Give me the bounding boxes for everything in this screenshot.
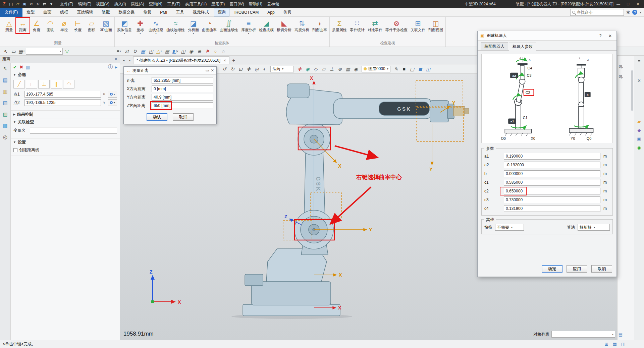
ribbon-button[interactable]: ⊞ 关联文件 ▾ <box>409 18 427 33</box>
menu-item[interactable]: 视图(V) <box>94 0 112 8</box>
app-logo-icon[interactable]: Z <box>1 1 7 7</box>
ribbon-button[interactable]: ◔ 曲面曲率 ▾ <box>201 18 218 33</box>
view-icon[interactable]: ◉ <box>636 144 643 151</box>
cancel-button[interactable]: 取消 <box>591 265 612 273</box>
ribbon-button[interactable]: ◩ 实体信息 ▾ <box>116 18 133 36</box>
confirm-icon[interactable]: ✔ <box>13 64 17 70</box>
tab-list-icon[interactable]: ▾ <box>127 57 132 64</box>
status-grid-icon[interactable]: ⊞ <box>603 341 610 348</box>
point-picker-button[interactable]: ▾ <box>108 99 117 106</box>
close-button[interactable]: ✕ <box>633 0 643 8</box>
ribbon-tab[interactable]: 工具 <box>172 8 188 16</box>
cancel-icon[interactable]: ✖ <box>19 64 23 70</box>
ribbon-button[interactable]: ▱ 面积 ▾ <box>85 18 98 33</box>
algorithm-dropdown[interactable]: 解析解▾ <box>578 224 610 231</box>
dialog-close-icon[interactable]: ✕ <box>211 68 214 73</box>
ribbon-button[interactable]: ✚ 坐标 ▾ <box>133 18 147 36</box>
ribbon-tab[interactable]: PMI <box>156 9 171 16</box>
create-distance-line-checkbox[interactable]: 创建距离线 <box>13 147 117 153</box>
minimize-button[interactable]: — <box>613 0 623 8</box>
menu-item[interactable]: 工具(T) <box>165 0 182 8</box>
menu-item[interactable]: 帮助(H) <box>247 0 265 8</box>
section-result-control[interactable]: ▶结果控制 <box>11 111 120 118</box>
new-file-icon[interactable]: ▢ <box>8 1 14 7</box>
point1-input[interactable]: 190,-177.4,585 <box>24 91 101 98</box>
redo-icon[interactable]: ↻ <box>35 1 41 7</box>
ribbon-button[interactable]: ◗ 剖面曲率 ▾ <box>311 18 328 33</box>
ribbon-button[interactable]: ↔ 距离 ▾ <box>16 18 30 33</box>
menu-item[interactable]: 编辑(E) <box>75 0 94 8</box>
save-icon[interactable]: ▣ <box>21 1 28 7</box>
ribbon-tab[interactable]: App <box>264 9 278 16</box>
expand-icon[interactable]: ▸ <box>115 64 117 70</box>
ribbon-tab[interactable]: 曲面 <box>40 8 55 16</box>
ribbon-button[interactable]: ⊢ 长度 ▾ <box>71 18 85 33</box>
mode-plane-icon[interactable]: ⊥ <box>38 80 50 89</box>
tab-file[interactable]: 文件(F) <box>0 8 22 17</box>
ribbon-button[interactable]: ≡ 厚度分析 ▾ <box>240 18 257 36</box>
ribbon-tab[interactable]: IROBOTCAM <box>231 9 263 16</box>
ribbon-tab[interactable]: 查询 <box>214 8 229 16</box>
entity-filter-dropdown[interactable]: ▾ <box>26 48 63 55</box>
tab-close-icon[interactable]: ✕ <box>223 59 226 62</box>
ribbon-button[interactable]: △ 测量 ▾ <box>2 18 16 33</box>
measure-row-value[interactable]: 40.9 [mm] <box>152 94 213 101</box>
palette-icon[interactable]: ◆ <box>636 127 643 133</box>
ribbon-tab[interactable]: 装配 <box>98 8 113 16</box>
apply-button[interactable]: 应用 <box>567 265 587 273</box>
folder-orange-icon[interactable]: ▰ <box>636 118 643 125</box>
menu-item[interactable]: 属性(A) <box>128 0 147 8</box>
ribbon-tab[interactable]: 数据交换 <box>115 8 138 16</box>
param-input[interactable]: 0.131900 <box>504 205 600 212</box>
apply-icon[interactable]: ▥ <box>25 64 30 70</box>
section-relation-check[interactable]: ▼关联检查 <box>11 118 120 126</box>
ribbon-tab[interactable]: 直接编辑 <box>73 8 97 16</box>
mode-arc-icon[interactable]: ◠ <box>63 80 74 89</box>
customize-arrow-icon[interactable]: ▾ <box>48 1 54 7</box>
dialog-help-icon[interactable]: ? <box>597 32 604 40</box>
document-tab[interactable]: * 创建机器人.Z3 - [RB20装配体-外发20150610] ✕ <box>133 56 229 64</box>
param-input[interactable]: 0.000000 <box>504 170 600 177</box>
menu-item[interactable]: 应用(P) <box>209 0 227 8</box>
section-required[interactable]: ▼必选 <box>11 71 120 78</box>
ribbon-button[interactable]: ∷ 零件统计 ▾ <box>348 18 366 33</box>
ribbon-button[interactable]: ◪ 分析面 ▾ <box>186 18 200 36</box>
ribbon-button[interactable]: ⇄ 对比零件 ▾ <box>366 18 384 33</box>
status-display-icon[interactable]: ▦ <box>611 341 618 348</box>
tab-scroll-left-icon[interactable]: ◂ <box>121 57 126 64</box>
dialog-tab[interactable]: 机器人参数 <box>509 43 536 51</box>
param-input[interactable]: 0.650000 <box>504 188 600 194</box>
measure-row-value[interactable]: 650 [mm] <box>152 102 213 109</box>
panel-close-icon[interactable]: ✕ <box>636 77 643 84</box>
menu-item[interactable]: 插入(I) <box>112 0 128 8</box>
assembly-tree-icon[interactable]: ▩ <box>3 123 7 129</box>
open-file-icon[interactable]: ▱ <box>15 1 21 7</box>
ribbon-button[interactable]: ∬ 曲面连续性 ▾ <box>218 18 239 33</box>
mode-axis-icon[interactable]: ∟ <box>26 80 37 89</box>
menu-item[interactable]: 查询(N) <box>147 0 165 8</box>
help-icon[interactable]: ? <box>632 10 637 15</box>
ribbon-button[interactable]: ◢ 检查拔模 ▾ <box>258 18 275 33</box>
ribbon-button[interactable]: ◣ 根切分析 ▾ <box>275 18 293 33</box>
point2-input[interactable]: 190,-136.5,1235 <box>24 99 101 106</box>
object-list-expand-icon[interactable]: ▤ <box>617 331 624 338</box>
filter-icon[interactable]: ▽ <box>63 48 71 55</box>
variable-name-input[interactable] <box>30 127 117 134</box>
material-icon[interactable]: ▣ <box>636 135 643 142</box>
sync-icon[interactable]: ⇄ <box>42 1 48 7</box>
panel-close-icon[interactable]: ✕ <box>114 57 117 61</box>
info-icon[interactable]: ⓘ <box>108 64 113 70</box>
mode-parallel-icon[interactable]: ∥ <box>51 80 62 89</box>
robot-model[interactable]: GSK GSK <box>231 84 469 319</box>
section-settings[interactable]: ▼设置 <box>11 138 120 146</box>
ok-button[interactable]: 确定 <box>542 265 562 273</box>
ribbon-button[interactable]: ◠ 圆弧 ▾ <box>44 18 57 33</box>
ribbon-button[interactable]: Σ 质量属性 ▾ <box>331 18 348 33</box>
new-tab-button[interactable]: + <box>230 57 237 64</box>
quick-change-dropdown[interactable]: 不需要▾ <box>495 224 524 231</box>
dialog-close-icon[interactable]: ✕ <box>606 32 614 40</box>
param-input[interactable]: 0.585000 <box>504 179 600 186</box>
gear-icon[interactable]: ✱ <box>626 10 630 15</box>
menu-item[interactable]: 实用工具(U) <box>183 0 209 8</box>
param-input[interactable]: 0.190000 <box>504 153 600 160</box>
